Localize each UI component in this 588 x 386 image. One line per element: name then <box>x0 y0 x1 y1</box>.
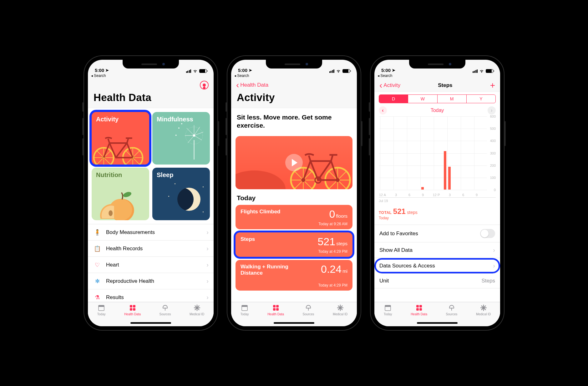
signal-icon <box>186 69 191 73</box>
svg-line-50 <box>309 155 311 161</box>
chart-date-footer: Jul 19 <box>374 198 500 207</box>
breadcrumb-search[interactable]: Search <box>88 74 214 79</box>
svg-line-51 <box>331 155 333 161</box>
asterisk-icon: ✻ <box>93 278 102 285</box>
activity-video[interactable] <box>236 136 352 189</box>
favorites-toggle[interactable] <box>480 229 495 238</box>
svg-rect-35 <box>133 305 135 307</box>
row-health-records[interactable]: 📋Health Records› <box>88 240 214 256</box>
row-heart[interactable]: ♡Heart› <box>88 256 214 273</box>
date-label: Today <box>431 108 444 113</box>
tab-medical-id[interactable]: Medical ID <box>190 304 204 326</box>
location-icon: ➤ <box>105 68 109 73</box>
svg-point-27 <box>181 123 182 124</box>
body-icon: 🧍 <box>93 229 102 236</box>
battery-icon <box>486 69 493 73</box>
tab-today[interactable]: Today <box>384 304 392 326</box>
status-time: 5:00 <box>95 68 104 73</box>
svg-rect-59 <box>276 308 279 311</box>
seg-week[interactable]: W <box>408 95 437 103</box>
tile-nutrition[interactable]: Nutrition <box>92 168 149 220</box>
prev-date-button[interactable]: ‹ <box>379 106 387 114</box>
signal-icon <box>329 69 335 73</box>
row-results[interactable]: ⚗Results› <box>88 289 214 302</box>
tab-medical-id[interactable]: Medical ID <box>476 304 491 326</box>
tab-today[interactable]: Today <box>97 304 106 326</box>
clipboard-icon: 📋 <box>93 245 102 252</box>
svg-rect-58 <box>273 308 276 311</box>
svg-rect-36 <box>130 308 132 311</box>
section-today: Today <box>231 192 357 205</box>
svg-rect-61 <box>385 305 391 307</box>
row-unit[interactable]: UnitSteps <box>374 274 500 288</box>
tile-activity[interactable]: Activity <box>92 112 149 165</box>
bicycle-icon <box>92 129 148 165</box>
row-show-all-data[interactable]: Show All Data› <box>374 242 500 258</box>
svg-point-25 <box>178 128 180 129</box>
svg-rect-57 <box>276 305 279 307</box>
tab-today[interactable]: Today <box>241 304 249 326</box>
breadcrumb-search[interactable]: Search <box>231 74 357 79</box>
battery-icon <box>199 69 207 73</box>
battery-icon <box>342 69 350 73</box>
play-icon <box>285 154 303 171</box>
tile-label: Nutrition <box>96 171 122 178</box>
location-icon: ➤ <box>249 68 252 73</box>
row-data-sources-access[interactable]: Data Sources & Access› <box>374 258 500 274</box>
tile-mindfulness[interactable]: Mindfulness <box>152 112 210 165</box>
card-flights-climbed[interactable]: Flights Climbed 0floors Today at 9:26 AM <box>236 205 352 229</box>
heart-icon: ♡ <box>93 262 102 268</box>
svg-rect-37 <box>133 308 135 311</box>
location-icon: ➤ <box>392 68 395 73</box>
page-title: Steps <box>438 82 452 89</box>
row-add-to-favorites[interactable]: Add to Favorites <box>374 225 500 242</box>
tab-medical-id[interactable]: Medical ID <box>333 304 347 326</box>
back-button[interactable]: Activity <box>379 82 400 89</box>
svg-rect-34 <box>130 305 132 307</box>
seg-year[interactable]: Y <box>466 95 495 103</box>
svg-rect-62 <box>416 305 419 307</box>
svg-point-30 <box>122 191 132 198</box>
moon-icon <box>177 188 200 211</box>
svg-line-20 <box>187 128 194 135</box>
page-title: Activity <box>231 91 357 108</box>
tile-sleep[interactable]: Sleep <box>152 168 210 220</box>
add-button[interactable]: + <box>490 80 495 90</box>
svg-point-31 <box>109 210 113 216</box>
svg-rect-65 <box>419 308 422 311</box>
seg-month[interactable]: M <box>437 95 466 103</box>
back-button[interactable]: Health Data <box>236 82 268 88</box>
seg-day[interactable]: D <box>379 95 408 103</box>
wifi-icon <box>479 69 484 73</box>
activity-tagline: Sit less. Move more. Get some exercise. <box>237 113 351 130</box>
profile-icon[interactable] <box>200 81 209 89</box>
breadcrumb-search[interactable]: Search <box>374 74 500 79</box>
svg-rect-63 <box>419 305 422 307</box>
svg-line-22 <box>188 135 194 143</box>
signal-icon <box>473 69 478 73</box>
svg-rect-64 <box>416 308 419 311</box>
tile-label: Activity <box>96 116 119 123</box>
wifi-icon <box>336 69 341 73</box>
svg-line-18 <box>194 132 203 135</box>
row-body-measurements[interactable]: 🧍Body Measurements› <box>88 224 214 240</box>
svg-rect-55 <box>242 305 247 307</box>
svg-line-12 <box>108 139 110 143</box>
svg-line-13 <box>127 138 129 143</box>
svg-rect-33 <box>99 305 104 307</box>
next-date-button[interactable]: › <box>488 106 496 114</box>
card-walking-running[interactable]: Walking + Running Distance 0.24mi Today … <box>236 260 352 291</box>
tile-label: Sleep <box>157 171 173 178</box>
wifi-icon <box>193 69 198 73</box>
time-range-selector: D W M Y <box>379 94 496 103</box>
svg-rect-56 <box>273 305 276 307</box>
row-reproductive[interactable]: ✻Reproductive Health› <box>88 273 214 289</box>
svg-line-23 <box>194 127 200 136</box>
flask-icon: ⚗ <box>93 294 102 301</box>
svg-point-26 <box>175 135 177 136</box>
dandelion-icon <box>172 119 206 161</box>
peach-icon <box>92 187 143 220</box>
steps-chart: 12 A36912 P3690100200300400500600 <box>379 116 496 198</box>
card-steps[interactable]: Steps 521steps Today at 4:29 PM <box>236 232 352 257</box>
svg-line-19 <box>194 135 202 140</box>
